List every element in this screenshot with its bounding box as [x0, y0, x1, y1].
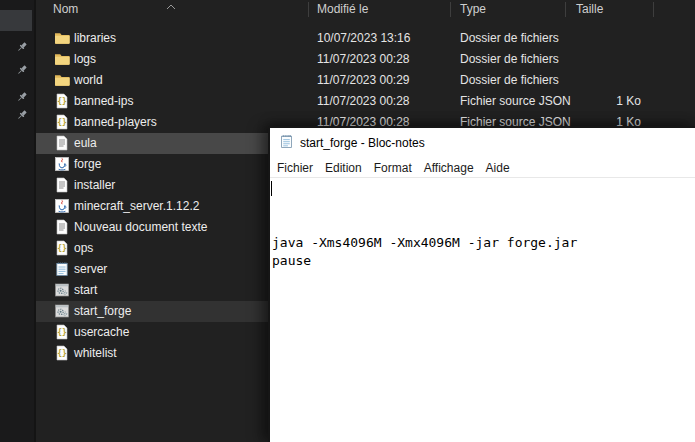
text-file-icon [54, 177, 70, 193]
file-name: usercache [74, 325, 129, 339]
pin-icon[interactable] [16, 107, 28, 119]
column-divider[interactable] [308, 2, 309, 17]
sort-ascending-icon [166, 0, 176, 12]
json-file-icon: {} [54, 324, 70, 340]
file-name: logs [74, 52, 96, 66]
file-name: minecraft_server.1.12.2 [74, 199, 199, 213]
file-name: Nouveau document texte [74, 220, 207, 234]
desktop: Nom Modifié le Type Taille libraries10/0… [0, 0, 695, 442]
notepad-window: start_forge - Bloc-notes FichierEditionF… [268, 126, 695, 442]
menu-format[interactable]: Format [368, 161, 418, 175]
folder-icon [54, 51, 70, 67]
text-file-icon [54, 135, 70, 151]
file-name: ops [74, 241, 93, 255]
file-size: 1 Ko [565, 94, 641, 108]
folder-icon [54, 30, 70, 46]
file-name: eula [74, 136, 97, 150]
notepad-text-area[interactable]: java -Xms4096M -Xmx4096M -jar forge.jarp… [270, 178, 695, 270]
file-modified-date: 11/07/2023 00:28 [317, 52, 410, 66]
file-modified-date: 11/07/2023 00:28 [317, 94, 410, 108]
notepad-text-line: pause [272, 252, 695, 270]
navigation-pane[interactable] [0, 0, 36, 442]
pin-icon[interactable] [16, 89, 28, 101]
column-divider[interactable] [565, 2, 566, 17]
pin-icon[interactable] [16, 62, 28, 74]
notepad-titlebar[interactable]: start_forge - Bloc-notes [270, 128, 695, 158]
menu-aide[interactable]: Aide [480, 161, 516, 175]
notepad-text-line: java -Xms4096M -Xmx4096M -jar forge.jar [272, 234, 695, 252]
file-name: world [74, 73, 103, 87]
file-row[interactable]: logs11/07/2023 00:28Dossier de fichiers [36, 49, 695, 70]
file-name: installer [74, 178, 115, 192]
file-name: libraries [74, 31, 116, 45]
menu-fichier[interactable]: Fichier [271, 161, 319, 175]
json-file-icon: {} [54, 240, 70, 256]
column-divider[interactable] [653, 2, 654, 17]
column-header-row: Nom Modifié le Type Taille [36, 0, 695, 18]
file-row[interactable]: {}banned-ips11/07/2023 00:28Fichier sour… [36, 91, 695, 112]
json-file-icon: {} [54, 114, 70, 130]
file-name: whitelist [74, 346, 117, 360]
column-header-size[interactable]: Taille [576, 2, 603, 16]
notepad-file-icon [54, 261, 70, 277]
notepad-app-icon [279, 134, 294, 152]
svg-text:{}: {} [57, 244, 67, 253]
file-modified-date: 11/07/2023 00:29 [317, 73, 410, 87]
file-name: banned-players [74, 115, 157, 129]
file-modified-date: 10/07/2023 13:16 [317, 31, 410, 45]
file-type: Dossier de fichiers [460, 73, 559, 87]
json-file-icon: {} [54, 345, 70, 361]
column-header-modified[interactable]: Modifié le [317, 2, 368, 16]
notepad-menubar: FichierEditionFormatAffichageAide [270, 158, 695, 178]
menu-affichage[interactable]: Affichage [418, 161, 480, 175]
file-type: Fichier source JSON [460, 94, 571, 108]
java-file-icon [54, 156, 70, 172]
file-name: server [74, 262, 107, 276]
svg-text:{}: {} [57, 349, 67, 358]
file-name: banned-ips [74, 94, 133, 108]
file-name: start [74, 283, 97, 297]
column-divider[interactable] [450, 2, 451, 17]
batch-file-icon [54, 303, 70, 319]
file-row[interactable]: world11/07/2023 00:29Dossier de fichiers [36, 70, 695, 91]
nav-item-partial[interactable] [0, 10, 32, 31]
file-row[interactable]: libraries10/07/2023 13:16Dossier de fich… [36, 28, 695, 49]
svg-text:{}: {} [57, 97, 67, 106]
column-header-name[interactable]: Nom [53, 2, 78, 16]
svg-text:{}: {} [57, 328, 67, 337]
folder-icon [54, 72, 70, 88]
java-file-icon [54, 198, 70, 214]
file-type: Dossier de fichiers [460, 52, 559, 66]
batch-file-icon [54, 282, 70, 298]
file-type: Dossier de fichiers [460, 31, 559, 45]
file-name: start_forge [74, 304, 131, 318]
json-file-icon: {} [54, 93, 70, 109]
pin-icon[interactable] [16, 39, 28, 51]
column-header-type[interactable]: Type [460, 2, 486, 16]
notepad-window-title: start_forge - Bloc-notes [300, 136, 425, 150]
svg-text:{}: {} [57, 118, 67, 127]
text-caret [271, 181, 272, 196]
file-name: forge [74, 157, 101, 171]
text-file-icon [54, 219, 70, 235]
menu-edition[interactable]: Edition [319, 161, 368, 175]
